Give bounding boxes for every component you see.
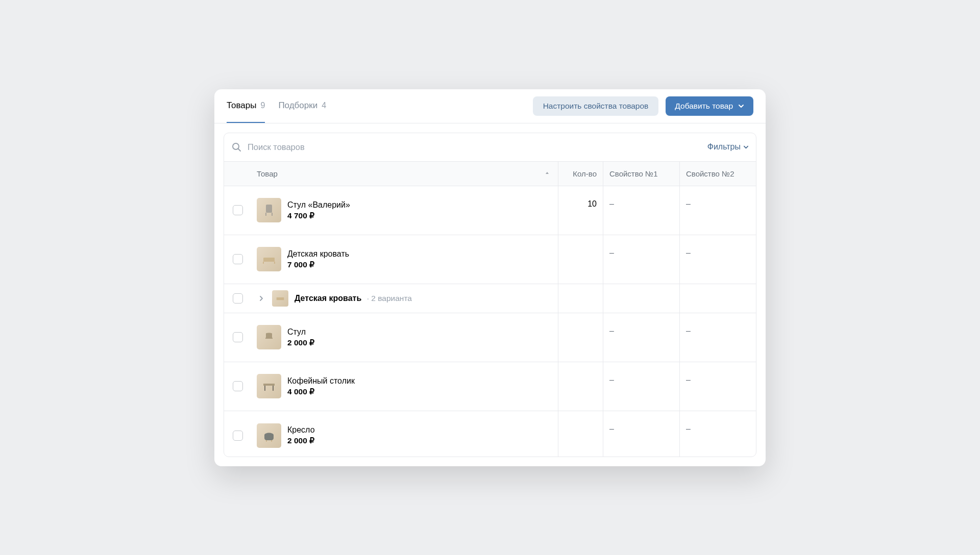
tab-count: 9 bbox=[260, 101, 265, 110]
products-admin-window: Товары 9 Подборки 4 Настроить свойства т… bbox=[214, 89, 766, 466]
search-input[interactable] bbox=[248, 138, 701, 156]
chair-icon bbox=[261, 203, 277, 218]
product-thumbnail bbox=[257, 374, 281, 398]
table-body[interactable]: Стул «Валерий» 4 700 ₽ 10 – – Детская кр… bbox=[224, 186, 756, 457]
svg-rect-3 bbox=[277, 297, 284, 300]
col-prop2-header[interactable]: Свойство №2 bbox=[679, 162, 756, 186]
search-row: Фильтры bbox=[224, 133, 756, 161]
row-checkbox[interactable] bbox=[233, 431, 243, 441]
col-qty-label: Кол-во bbox=[573, 169, 597, 178]
svg-point-0 bbox=[233, 143, 239, 149]
variant-group-meta: · 2 варианта bbox=[367, 294, 412, 302]
product-name: Кресло bbox=[287, 425, 315, 435]
table-row: Кофейный столик 4 000 ₽ – – bbox=[224, 362, 756, 411]
product-price: 4 700 ₽ bbox=[287, 211, 350, 220]
svg-rect-2 bbox=[263, 258, 275, 262]
tab-count: 4 bbox=[322, 101, 326, 110]
prop1-value: – bbox=[609, 248, 614, 258]
svg-rect-4 bbox=[263, 384, 275, 386]
qty-value: 10 bbox=[587, 199, 597, 209]
variant-group-cell[interactable]: Детская кровать · 2 варианта bbox=[252, 284, 558, 313]
product-name: Детская кровать bbox=[287, 249, 349, 259]
prop1-value: – bbox=[609, 424, 614, 434]
product-name: Стул bbox=[287, 327, 314, 337]
prop2-value: – bbox=[686, 424, 691, 434]
sort-asc-icon bbox=[545, 171, 550, 176]
product-cell[interactable]: Стул 2 000 ₽ bbox=[252, 313, 558, 362]
search-icon bbox=[231, 142, 241, 152]
bed-icon bbox=[275, 293, 285, 304]
product-thumbnail bbox=[257, 423, 281, 448]
col-product-header[interactable]: Товар bbox=[252, 162, 558, 186]
product-price: 2 000 ₽ bbox=[287, 436, 315, 445]
col-qty-header[interactable]: Кол-во bbox=[558, 162, 603, 186]
chevron-down-icon bbox=[738, 103, 744, 109]
product-cell[interactable]: Детская кровать 7 000 ₽ bbox=[252, 235, 558, 284]
col-prop1-label: Свойство №1 bbox=[609, 169, 657, 178]
prop2-value: – bbox=[686, 199, 691, 209]
expand-toggle[interactable] bbox=[257, 294, 266, 303]
product-thumbnail bbox=[257, 247, 281, 271]
product-cell[interactable]: Кофейный столик 4 000 ₽ bbox=[252, 362, 558, 411]
prop1-value: – bbox=[609, 199, 614, 209]
table-row: Стул 2 000 ₽ – – bbox=[224, 313, 756, 362]
chair-icon bbox=[261, 330, 277, 345]
top-bar: Товары 9 Подборки 4 Настроить свойства т… bbox=[214, 89, 766, 123]
prop2-value: – bbox=[686, 375, 691, 385]
tab-collections[interactable]: Подборки 4 bbox=[278, 89, 326, 123]
table-icon bbox=[261, 379, 277, 394]
col-prop1-header[interactable]: Свойство №1 bbox=[603, 162, 679, 186]
row-checkbox[interactable] bbox=[233, 254, 243, 264]
chevron-right-icon bbox=[259, 296, 264, 301]
variant-group-row: Детская кровать · 2 варианта bbox=[224, 284, 756, 313]
product-name: Кофейный столик bbox=[287, 376, 355, 386]
product-price: 7 000 ₽ bbox=[287, 260, 349, 269]
row-checkbox[interactable] bbox=[233, 205, 243, 215]
table-header: Товар Кол-во Свойство №1 Свойство №2 bbox=[224, 161, 756, 186]
chevron-down-icon bbox=[743, 144, 749, 150]
tab-label: Подборки bbox=[278, 100, 317, 111]
product-name: Стул «Валерий» bbox=[287, 200, 350, 210]
bed-icon bbox=[261, 251, 277, 267]
tab-products[interactable]: Товары 9 bbox=[227, 89, 265, 123]
products-table: Фильтры Товар Кол-во Свойство №1 Свойств… bbox=[224, 133, 756, 457]
product-price: 2 000 ₽ bbox=[287, 338, 314, 347]
product-thumbnail bbox=[257, 198, 281, 222]
table-row: Кресло 2 000 ₽ – – bbox=[224, 411, 756, 457]
product-thumbnail bbox=[272, 290, 288, 307]
col-check-header bbox=[224, 162, 252, 186]
content-area: Фильтры Товар Кол-во Свойство №1 Свойств… bbox=[214, 123, 766, 466]
tab-label: Товары bbox=[227, 100, 256, 111]
filters-label: Фильтры bbox=[707, 142, 741, 152]
product-price: 4 000 ₽ bbox=[287, 387, 355, 396]
row-checkbox[interactable] bbox=[233, 381, 243, 391]
filters-button[interactable]: Фильтры bbox=[707, 142, 749, 152]
configure-properties-button[interactable]: Настроить свойства товаров bbox=[533, 96, 659, 116]
col-prop2-label: Свойство №2 bbox=[686, 169, 734, 178]
prop2-value: – bbox=[686, 326, 691, 336]
table-row: Детская кровать 7 000 ₽ – – bbox=[224, 235, 756, 284]
add-product-button[interactable]: Добавить товар bbox=[666, 96, 753, 116]
prop1-value: – bbox=[609, 375, 614, 385]
add-product-label: Добавить товар bbox=[675, 102, 733, 111]
row-checkbox[interactable] bbox=[233, 332, 243, 342]
top-actions: Настроить свойства товаров Добавить това… bbox=[533, 96, 753, 116]
armchair-icon bbox=[261, 428, 277, 443]
product-cell[interactable]: Стул «Валерий» 4 700 ₽ bbox=[252, 186, 558, 235]
row-checkbox[interactable] bbox=[233, 293, 243, 304]
col-product-label: Товар bbox=[257, 169, 278, 178]
table-row: Стул «Валерий» 4 700 ₽ 10 – – bbox=[224, 186, 756, 235]
variant-group-name: Детская кровать bbox=[295, 294, 361, 302]
prop1-value: – bbox=[609, 326, 614, 336]
svg-rect-1 bbox=[266, 205, 272, 213]
prop2-value: – bbox=[686, 248, 691, 258]
tabs: Товары 9 Подборки 4 bbox=[227, 89, 326, 123]
product-thumbnail bbox=[257, 325, 281, 349]
product-cell[interactable]: Кресло 2 000 ₽ bbox=[252, 411, 558, 457]
